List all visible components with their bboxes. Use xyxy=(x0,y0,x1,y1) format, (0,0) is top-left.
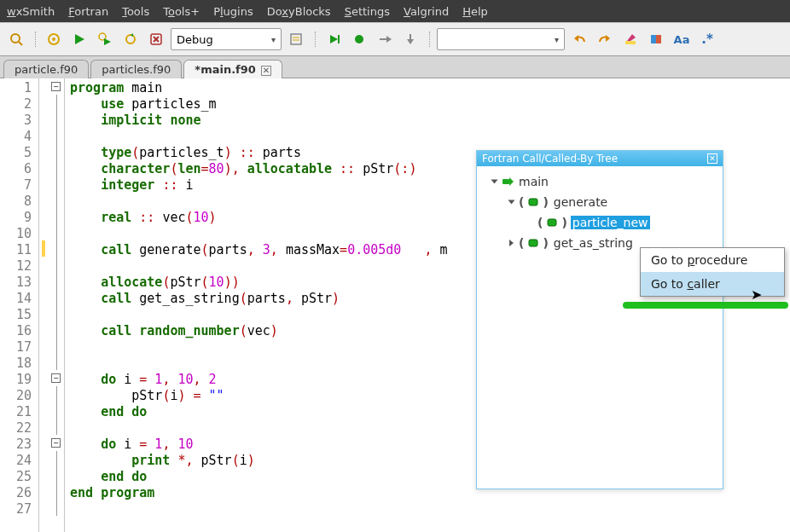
fold-cell xyxy=(48,111,64,127)
rebuild-icon[interactable] xyxy=(119,28,142,50)
context-menu-item[interactable]: Go to procedure xyxy=(641,248,784,272)
fold-toggle-icon[interactable]: − xyxy=(51,373,61,383)
svg-point-7 xyxy=(126,35,135,43)
debug-continue-icon[interactable] xyxy=(322,28,345,50)
menu-item[interactable]: Tools xyxy=(122,5,149,18)
step-over-icon[interactable] xyxy=(374,28,396,50)
svg-rect-11 xyxy=(291,34,301,44)
tree-node-label: generate xyxy=(552,195,609,209)
fold-cell[interactable]: − xyxy=(48,370,64,386)
change-marker-column xyxy=(39,78,48,532)
change-marker xyxy=(39,176,48,192)
code-line[interactable] xyxy=(70,501,785,518)
change-marker xyxy=(42,240,45,257)
tree-node-label: particle_new xyxy=(571,216,650,229)
line-number-gutter: 1234567891011121314151617181920212223242… xyxy=(0,78,39,532)
fold-cell xyxy=(48,467,64,483)
menu-item[interactable]: DoxyBlocks xyxy=(267,5,331,18)
menu-item[interactable]: wxSmith xyxy=(7,5,55,18)
line-number: 6 xyxy=(2,161,32,177)
run-icon[interactable] xyxy=(68,28,90,50)
menu-item[interactable]: Tools+ xyxy=(163,5,200,18)
fold-cell[interactable]: − xyxy=(48,78,64,95)
code-line[interactable] xyxy=(70,129,785,145)
call-tree-panel[interactable]: Fortran Call/Called-By Tree ✕ main() gen… xyxy=(476,150,723,489)
abort-icon[interactable] xyxy=(145,28,167,50)
tree-node[interactable]: () particle_new xyxy=(480,212,719,233)
fold-column[interactable]: −−− xyxy=(48,78,65,532)
line-number: 17 xyxy=(2,339,32,356)
fold-cell xyxy=(48,354,64,370)
line-number: 1 xyxy=(2,80,32,96)
fold-cell[interactable]: − xyxy=(48,435,64,451)
context-menu-item[interactable]: Go to caller xyxy=(641,272,784,296)
match-case-icon[interactable]: Aa xyxy=(671,28,693,50)
menu-bar: wxSmithFortranToolsTools+PluginsDoxyBloc… xyxy=(0,0,790,22)
menu-item[interactable]: Settings xyxy=(345,5,390,18)
expander-open-icon[interactable] xyxy=(508,200,515,205)
code-line[interactable]: use particles_m xyxy=(70,96,785,113)
fold-cell xyxy=(48,224,64,240)
change-marker xyxy=(39,370,48,386)
tree-node-label: main xyxy=(517,175,550,188)
editor-tab-bar: particle.f90particles.f90*main.f90✕ xyxy=(0,56,790,78)
fold-cell xyxy=(48,176,64,192)
fold-cell xyxy=(48,321,64,338)
close-icon[interactable]: ✕ xyxy=(707,153,717,164)
undo-icon[interactable] xyxy=(568,28,590,50)
zoom-fit-icon[interactable] xyxy=(5,28,27,50)
panel-titlebar[interactable]: Fortran Call/Called-By Tree ✕ xyxy=(477,151,723,166)
tab-label: particle.f90 xyxy=(15,63,78,76)
code-line[interactable]: implicit none xyxy=(70,113,785,129)
build-icon[interactable] xyxy=(43,28,65,50)
toolbar: Debug ▾ ▾ Aa .* xyxy=(0,22,790,56)
fold-toggle-icon[interactable]: − xyxy=(51,438,61,448)
menu-item[interactable]: Valgrind xyxy=(404,5,449,18)
change-marker xyxy=(39,127,48,143)
editor-tab[interactable]: *main.f90✕ xyxy=(183,60,282,78)
build-target-combo[interactable]: Debug ▾ xyxy=(171,28,282,50)
paren-icon: ) xyxy=(561,216,566,229)
fold-cell xyxy=(48,500,64,516)
highlight-icon[interactable] xyxy=(619,28,642,50)
close-icon[interactable]: ✕ xyxy=(261,66,271,76)
change-marker xyxy=(39,402,48,419)
change-marker xyxy=(39,500,48,516)
editor-tab[interactable]: particle.f90 xyxy=(3,60,89,78)
expander-open-icon[interactable] xyxy=(491,180,498,184)
fold-cell xyxy=(48,273,64,289)
fold-toggle-icon[interactable]: − xyxy=(51,82,61,91)
svg-rect-27 xyxy=(502,179,509,184)
tab-label: particles.f90 xyxy=(102,63,171,76)
context-menu[interactable]: Go to procedureGo to caller xyxy=(640,247,785,297)
tree-node[interactable]: () generate xyxy=(480,192,719,212)
call-tree[interactable]: main() generate() particle_new() get_as_… xyxy=(477,166,723,258)
editor-tab[interactable]: particles.f90 xyxy=(90,60,182,78)
fold-cell xyxy=(48,240,64,257)
cursor-icon: ➤ xyxy=(751,286,762,303)
fold-cell xyxy=(48,305,64,321)
menu-item[interactable]: Plugins xyxy=(213,5,253,18)
separator xyxy=(311,28,319,50)
svg-rect-23 xyxy=(625,41,636,44)
build-run-icon[interactable] xyxy=(94,28,116,50)
menu-item[interactable]: Help xyxy=(462,5,488,18)
tree-node[interactable]: main xyxy=(480,171,719,192)
breakpoint-icon[interactable] xyxy=(348,28,370,50)
chevron-down-icon: ▾ xyxy=(555,35,559,44)
paren-icon: ( xyxy=(519,195,524,209)
regex-icon[interactable]: .* xyxy=(696,28,718,50)
step-into-icon[interactable] xyxy=(399,28,421,50)
target-dialog-icon[interactable] xyxy=(285,28,307,50)
selection-icon[interactable] xyxy=(645,28,667,50)
code-line[interactable]: program main xyxy=(70,80,785,96)
redo-icon[interactable] xyxy=(594,28,616,50)
build-target-value: Debug xyxy=(177,33,213,46)
search-combo[interactable]: ▾ xyxy=(437,28,565,50)
fold-cell xyxy=(48,95,64,111)
svg-marker-4 xyxy=(75,34,84,44)
svg-point-3 xyxy=(52,38,55,41)
expander-closed-icon[interactable] xyxy=(509,240,514,246)
menu-item[interactable]: Fortran xyxy=(68,5,108,18)
fold-cell xyxy=(48,208,64,224)
